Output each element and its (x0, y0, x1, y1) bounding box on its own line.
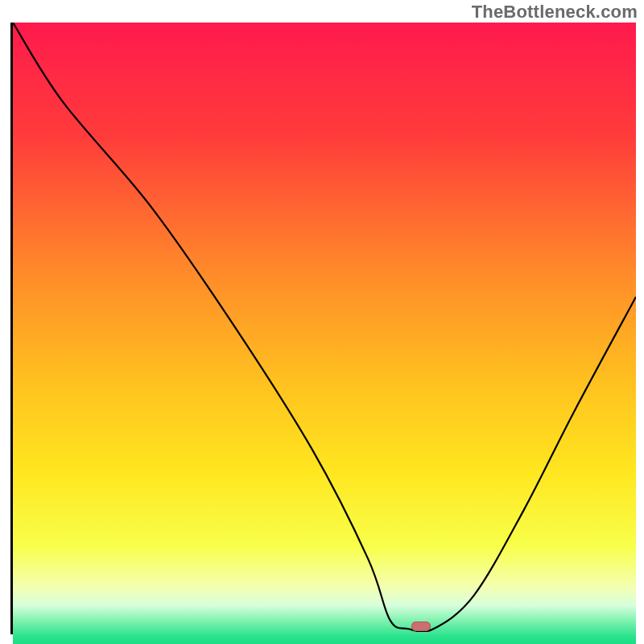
svg-rect-0 (13, 23, 636, 644)
plot-area (10, 23, 636, 634)
watermark-text: TheBottleneck.com (472, 2, 638, 23)
optimal-marker (411, 621, 431, 631)
background-gradient (13, 23, 636, 644)
chart-frame: TheBottleneck.com (0, 0, 644, 644)
